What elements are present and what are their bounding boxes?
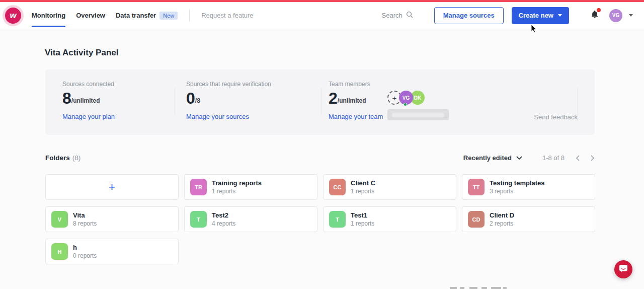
- folder-badge: T: [190, 211, 207, 228]
- team-avatar-vg[interactable]: VG: [399, 91, 413, 105]
- nav-divider: [189, 10, 190, 22]
- activity-stats-panel: Sources connected 8 /unlimited Manage yo…: [45, 69, 595, 135]
- folder-card-client-c[interactable]: CC Client C 1 reports: [323, 174, 456, 200]
- plus-icon: +: [109, 182, 115, 193]
- chat-launcher-button[interactable]: [614, 260, 632, 278]
- clipped-text-fragment: [503, 287, 507, 289]
- header: w Monitoring Overview Data transfer New …: [0, 2, 644, 29]
- whatagraph-logo[interactable]: w: [5, 8, 21, 24]
- folder-badge: H: [51, 243, 68, 260]
- fading-tooltip: [387, 109, 449, 120]
- new-badge: New: [159, 12, 178, 20]
- search-label: Search: [382, 12, 403, 19]
- prev-page-button[interactable]: [576, 155, 580, 161]
- folder-badge: CD: [468, 211, 485, 228]
- clipped-text-fragment: [481, 287, 487, 289]
- clipped-text-fragment: [469, 287, 477, 289]
- folders-count: (8): [72, 154, 81, 162]
- tab-overview[interactable]: Overview: [76, 2, 105, 29]
- stat-sources-verification: Sources that require verification 0 /8 M…: [186, 81, 271, 120]
- main-nav: Monitoring Overview Data transfer New Re…: [32, 2, 254, 29]
- folder-badge: T: [329, 211, 346, 228]
- folders-header: Folders (8) Recently edited 1-8 of 8: [45, 154, 595, 162]
- page-title: Vita Activity Panel: [45, 48, 118, 58]
- stat-value: 2: [329, 90, 338, 106]
- bell-icon: [590, 12, 599, 21]
- team-avatar-group: + VG DK: [387, 91, 425, 105]
- pagination-range: 1-8 of 8: [542, 154, 565, 162]
- next-page-button[interactable]: [591, 155, 595, 161]
- stat-value: 0: [186, 90, 195, 106]
- online-status-dot: [404, 103, 407, 106]
- folder-badge: TR: [190, 179, 207, 195]
- tab-monitoring[interactable]: Monitoring: [32, 2, 65, 29]
- stats-divider: [578, 88, 578, 114]
- stat-value: 8: [62, 90, 71, 106]
- chevron-down-icon: [516, 154, 522, 162]
- folder-card-testing-templates[interactable]: TT Testing templates 3 reports: [462, 174, 595, 200]
- clipped-text-fragment: [450, 287, 457, 289]
- request-a-feature-link[interactable]: Request a feature: [201, 2, 253, 29]
- clipped-text-fragment: [460, 287, 464, 289]
- caret-down-icon: [558, 14, 562, 17]
- stat-team-members: Team members 2 /unlimited Manage your te…: [329, 81, 383, 120]
- folder-card-training-reports[interactable]: TR Training reports 1 reports: [184, 174, 317, 200]
- manage-your-team-link[interactable]: Manage your team: [329, 113, 383, 120]
- search-icon: [406, 11, 413, 20]
- manage-your-sources-link[interactable]: Manage your sources: [186, 113, 271, 120]
- sort-dropdown[interactable]: Recently edited: [463, 154, 522, 162]
- user-avatar[interactable]: VG: [609, 9, 622, 22]
- folder-card-test2[interactable]: T Test2 4 reports: [184, 206, 317, 232]
- clipped-text-fragment: [491, 287, 501, 289]
- create-new-button[interactable]: Create new: [512, 7, 569, 24]
- notifications-button[interactable]: [590, 10, 599, 21]
- stats-divider: [321, 88, 321, 114]
- folder-card-test1[interactable]: T Test1 1 reports: [323, 206, 456, 232]
- tab-data-transfer[interactable]: Data transfer New: [116, 2, 178, 29]
- folders-title: Folders: [45, 154, 70, 162]
- stat-sources-connected: Sources connected 8 /unlimited Manage yo…: [62, 81, 115, 120]
- logo-letter: w: [10, 11, 16, 21]
- header-right: Search Manage sources Create new VG: [382, 7, 644, 24]
- folder-badge: TT: [468, 179, 485, 195]
- folder-card-client-d[interactable]: CD Client D 2 reports: [462, 206, 595, 232]
- manage-your-plan-link[interactable]: Manage your plan: [62, 113, 115, 120]
- folder-card-h[interactable]: H h 0 reports: [45, 239, 179, 264]
- send-feedback-link[interactable]: Send feedback: [534, 113, 578, 121]
- folder-badge: CC: [329, 179, 346, 195]
- manage-sources-button[interactable]: Manage sources: [434, 7, 504, 24]
- chat-bubble-icon: [619, 264, 628, 275]
- stats-divider: [175, 88, 175, 114]
- folder-card-vita[interactable]: V Vita 8 reports: [45, 206, 179, 232]
- account-menu-caret-icon[interactable]: [629, 14, 633, 17]
- add-folder-card[interactable]: +: [45, 174, 179, 200]
- folder-badge: V: [51, 211, 68, 228]
- notification-dot: [597, 8, 601, 12]
- folders-grid: + TR Training reports 1 reports CC Clien…: [45, 174, 595, 264]
- search-control[interactable]: Search: [382, 11, 413, 20]
